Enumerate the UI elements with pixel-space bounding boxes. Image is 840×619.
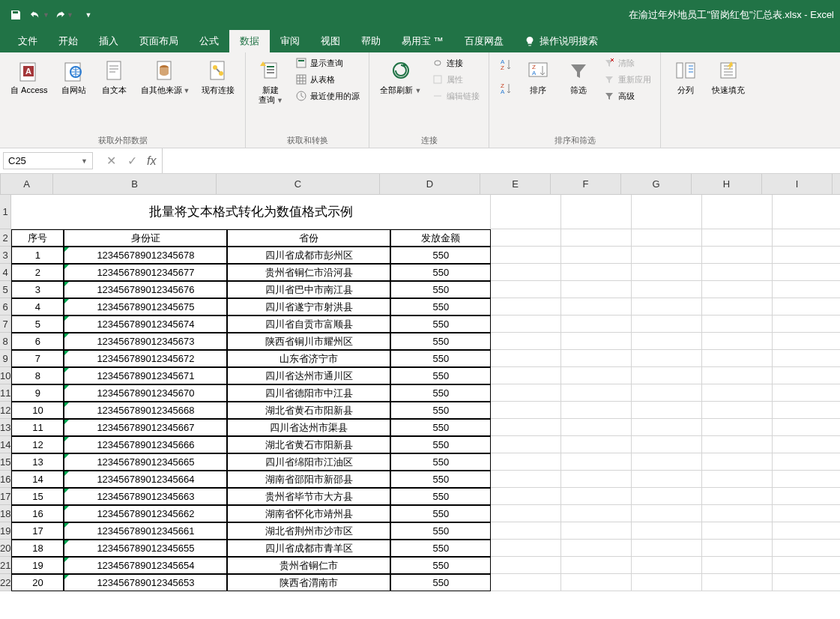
data-seq[interactable]: 15 bbox=[11, 488, 64, 505]
data-seq[interactable]: 20 bbox=[11, 574, 64, 591]
data-province[interactable]: 湖北省黄石市阳新县 bbox=[227, 436, 390, 453]
tab-insert[interactable]: 插入 bbox=[88, 30, 129, 52]
cell[interactable] bbox=[561, 281, 632, 298]
cancel-edit-button[interactable]: ✕ bbox=[102, 152, 120, 170]
cell[interactable] bbox=[632, 195, 702, 229]
cell[interactable] bbox=[702, 453, 773, 471]
cell[interactable] bbox=[561, 229, 632, 247]
cell[interactable] bbox=[561, 333, 632, 350]
from-access-button[interactable]: A自 Access bbox=[6, 55, 52, 98]
cell[interactable] bbox=[561, 247, 632, 264]
data-id[interactable]: 123456789012345661 bbox=[64, 522, 227, 540]
data-id[interactable]: 123456789012345667 bbox=[64, 419, 227, 436]
data-province[interactable]: 湖北省黄石市阳新县 bbox=[227, 402, 390, 419]
data-amount[interactable]: 550 bbox=[390, 436, 491, 453]
cell[interactable] bbox=[632, 419, 702, 436]
cell[interactable] bbox=[491, 384, 561, 402]
column-header-H[interactable]: H bbox=[692, 174, 762, 195]
from-other-button[interactable]: 自其他来源▼ bbox=[136, 55, 195, 99]
data-amount[interactable]: 550 bbox=[390, 264, 491, 281]
data-amount[interactable]: 550 bbox=[390, 315, 491, 333]
header-province[interactable]: 省份 bbox=[227, 229, 390, 247]
cell[interactable] bbox=[773, 453, 840, 471]
data-province[interactable]: 四川省巴中市南江县 bbox=[227, 281, 390, 298]
data-amount[interactable]: 550 bbox=[390, 402, 491, 419]
tab-review[interactable]: 审阅 bbox=[270, 30, 310, 52]
row-header-6[interactable]: 6 bbox=[0, 298, 11, 315]
cell[interactable] bbox=[773, 574, 840, 591]
data-amount[interactable]: 550 bbox=[390, 333, 491, 350]
cell[interactable] bbox=[561, 367, 632, 384]
column-header-F[interactable]: F bbox=[551, 174, 621, 195]
cell[interactable] bbox=[561, 471, 632, 488]
cell[interactable] bbox=[491, 264, 561, 281]
from-web-button[interactable]: 自网站 bbox=[55, 55, 93, 98]
name-box[interactable]: C25▼ bbox=[3, 152, 93, 169]
data-province[interactable]: 四川省自贡市富顺县 bbox=[227, 315, 390, 333]
cell[interactable] bbox=[491, 505, 561, 522]
cell[interactable] bbox=[702, 247, 773, 264]
data-id[interactable]: 123456789012345674 bbox=[64, 315, 227, 333]
tab-file[interactable]: 文件 bbox=[7, 30, 48, 52]
data-province[interactable]: 山东省济宁市 bbox=[227, 350, 390, 367]
data-id[interactable]: 123456789012345672 bbox=[64, 350, 227, 367]
new-query-button[interactable]: 新建 查询▼ bbox=[252, 55, 289, 109]
data-province[interactable]: 贵州省铜仁市 bbox=[227, 557, 390, 574]
data-seq[interactable]: 18 bbox=[11, 540, 64, 557]
cell[interactable] bbox=[491, 229, 561, 247]
data-province[interactable]: 湖北省荆州市沙市区 bbox=[227, 522, 390, 540]
row-header-18[interactable]: 18 bbox=[0, 505, 11, 522]
cell[interactable] bbox=[491, 453, 561, 471]
data-province[interactable]: 四川省成都市彭州区 bbox=[227, 247, 390, 264]
tab-home[interactable]: 开始 bbox=[48, 30, 88, 52]
flash-fill-button[interactable]: 快速填充 bbox=[707, 55, 749, 98]
cell[interactable] bbox=[491, 540, 561, 557]
cell[interactable] bbox=[561, 488, 632, 505]
data-seq[interactable]: 6 bbox=[11, 333, 64, 350]
data-seq[interactable]: 13 bbox=[11, 453, 64, 471]
cell[interactable] bbox=[702, 264, 773, 281]
sort-asc-button[interactable]: AZ bbox=[495, 55, 516, 73]
cell[interactable] bbox=[491, 247, 561, 264]
tab-baidu[interactable]: 百度网盘 bbox=[454, 30, 514, 52]
data-amount[interactable]: 550 bbox=[390, 522, 491, 540]
cell[interactable] bbox=[702, 298, 773, 315]
data-id[interactable]: 123456789012345653 bbox=[64, 574, 227, 591]
cell[interactable] bbox=[491, 574, 561, 591]
cell[interactable] bbox=[632, 281, 702, 298]
from-table-button[interactable]: 从表格 bbox=[292, 72, 363, 87]
row-header-12[interactable]: 12 bbox=[0, 402, 11, 419]
row-header-1[interactable]: 1 bbox=[0, 195, 11, 229]
filter-button[interactable]: 筛选 bbox=[560, 55, 597, 98]
cells-area[interactable]: 批量将文本格式转化为数值格式示例序号身份证省份发放金额1123456789012… bbox=[11, 195, 840, 591]
cell[interactable] bbox=[561, 350, 632, 367]
data-id[interactable]: 123456789012345662 bbox=[64, 505, 227, 522]
data-amount[interactable]: 550 bbox=[390, 540, 491, 557]
cell[interactable] bbox=[702, 488, 773, 505]
row-header-7[interactable]: 7 bbox=[0, 315, 11, 333]
data-id[interactable]: 123456789012345675 bbox=[64, 298, 227, 315]
row-header-17[interactable]: 17 bbox=[0, 488, 11, 505]
row-header-19[interactable]: 19 bbox=[0, 522, 11, 540]
data-id[interactable]: 123456789012345670 bbox=[64, 384, 227, 402]
data-amount[interactable]: 550 bbox=[390, 350, 491, 367]
data-seq[interactable]: 12 bbox=[11, 436, 64, 453]
data-province[interactable]: 陕西省渭南市 bbox=[227, 574, 390, 591]
data-seq[interactable]: 2 bbox=[11, 264, 64, 281]
cell[interactable] bbox=[561, 298, 632, 315]
data-amount[interactable]: 550 bbox=[390, 557, 491, 574]
cell[interactable] bbox=[702, 402, 773, 419]
cell[interactable] bbox=[491, 402, 561, 419]
formula-bar[interactable] bbox=[162, 148, 840, 173]
cell[interactable] bbox=[561, 195, 632, 229]
cell[interactable] bbox=[702, 384, 773, 402]
cell[interactable] bbox=[632, 402, 702, 419]
data-amount[interactable]: 550 bbox=[390, 384, 491, 402]
tab-view[interactable]: 视图 bbox=[310, 30, 351, 52]
data-id[interactable]: 123456789012345655 bbox=[64, 540, 227, 557]
cell[interactable] bbox=[491, 195, 561, 229]
data-seq[interactable]: 10 bbox=[11, 402, 64, 419]
row-header-13[interactable]: 13 bbox=[0, 419, 11, 436]
cell[interactable] bbox=[773, 557, 840, 574]
show-queries-button[interactable]: 显示查询 bbox=[292, 55, 363, 70]
